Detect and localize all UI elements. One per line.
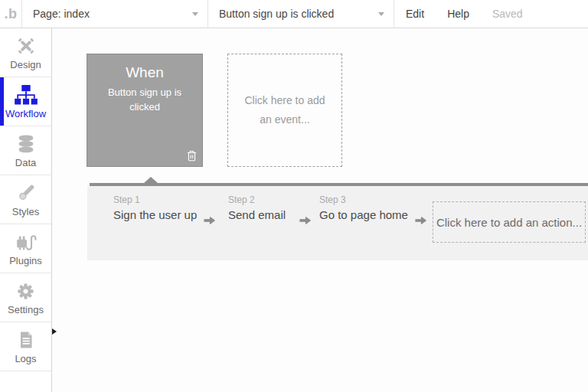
menu-edit[interactable]: Edit [394, 8, 436, 20]
sidebar-item-label: Workflow [5, 108, 46, 119]
design-icon [15, 34, 37, 57]
step-action-label: Sign the user up [113, 208, 197, 221]
expand-arrow-icon[interactable] [52, 328, 57, 335]
trash-icon [187, 152, 197, 164]
top-bar: .b Page: index Button sign up is clicked… [0, 0, 588, 28]
sidebar-item-plugins[interactable]: Plugins [0, 224, 51, 273]
arrow-right-icon [299, 216, 311, 225]
sidebar-item-label: Settings [8, 304, 44, 315]
app-logo: .b [0, 0, 22, 28]
step-action-label: Go to page home [319, 208, 408, 221]
add-action-label: Click here to add an action... [436, 216, 582, 229]
event-selector-value: Button sign up is clicked [219, 8, 334, 20]
bubble-logo-icon: .b [5, 6, 18, 22]
styles-icon [16, 181, 36, 204]
sidebar-item-label: Logs [15, 353, 36, 364]
sidebar-item-design[interactable]: Design [0, 28, 51, 77]
plugins-icon [15, 230, 37, 253]
page-selector-value: Page: index [33, 8, 90, 20]
panel-pointer-icon [144, 177, 158, 183]
sidebar-item-settings[interactable]: Settings [0, 273, 51, 322]
step-number: Step 2 [228, 194, 286, 205]
page-selector-dropdown[interactable]: Page: index [22, 0, 207, 28]
sidebar: Design Workflow [0, 28, 52, 392]
sidebar-item-label: Plugins [9, 255, 42, 266]
action-step-3[interactable]: Step 3 Go to page home [319, 194, 408, 221]
add-event-label: Click here to add an event... [240, 91, 329, 129]
sidebar-item-label: Styles [12, 206, 39, 217]
sidebar-item-data[interactable]: Data [0, 126, 51, 175]
event-selector-dropdown[interactable]: Button sign up is clicked [208, 0, 394, 28]
arrow-right-icon [204, 216, 215, 225]
sidebar-item-logs[interactable]: Logs [0, 322, 51, 371]
sidebar-item-label: Design [10, 59, 41, 70]
event-card-subtitle: Button sign up is clicked [87, 86, 202, 115]
add-action-placeholder[interactable]: Click here to add an action... [433, 201, 586, 243]
step-number: Step 1 [113, 194, 197, 205]
event-card[interactable]: When Button sign up is clicked [87, 54, 203, 167]
sidebar-item-label: Data [15, 157, 36, 168]
arrow-right-icon [415, 216, 426, 225]
action-panel: Step 1 Sign the user up Step 2 Send emai… [87, 177, 588, 260]
event-card-title: When [87, 64, 202, 81]
settings-icon [15, 279, 36, 302]
data-icon [16, 132, 36, 155]
chevron-down-icon [378, 12, 384, 16]
workflow-canvas: When Button sign up is clicked Click her… [52, 28, 588, 392]
menu-help[interactable]: Help [436, 8, 481, 20]
sidebar-item-styles[interactable]: Styles [0, 175, 51, 224]
saved-status: Saved [481, 8, 534, 20]
logs-icon [17, 328, 35, 351]
workflow-icon [15, 83, 38, 106]
action-step-2[interactable]: Step 2 Send email [228, 194, 286, 221]
chevron-down-icon [192, 12, 198, 16]
sidebar-item-workflow[interactable]: Workflow [0, 77, 51, 126]
step-number: Step 3 [319, 194, 408, 205]
step-action-label: Send email [228, 208, 286, 221]
action-step-1[interactable]: Step 1 Sign the user up [113, 194, 197, 221]
panel-body: Step 1 Sign the user up Step 2 Send emai… [87, 186, 588, 260]
topbar-menu: Edit Help Saved [394, 0, 534, 28]
add-event-placeholder[interactable]: Click here to add an event... [227, 54, 342, 167]
delete-event-button[interactable] [187, 150, 197, 162]
